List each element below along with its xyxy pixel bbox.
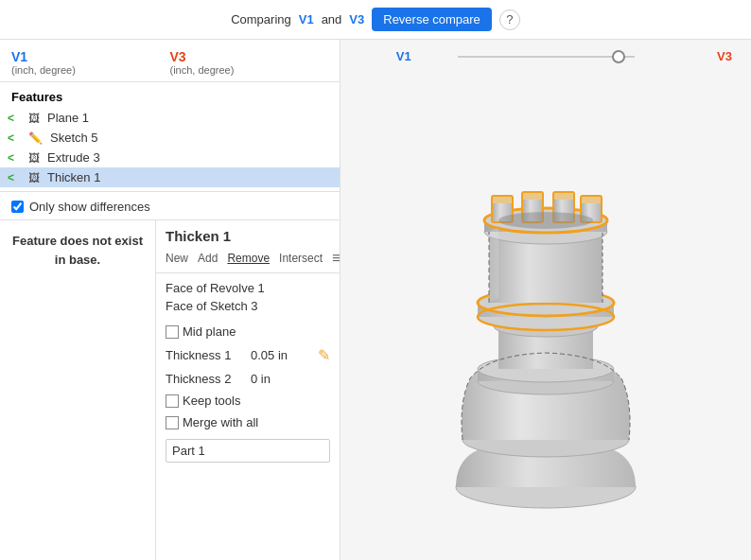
tab-add[interactable]: Add (198, 252, 218, 265)
v1-title: V1 (11, 49, 170, 64)
merge-all-checkbox[interactable] (166, 416, 179, 429)
thickness1-value: 0.05 in (251, 348, 318, 362)
thicken1-icon: 🖼 (28, 171, 40, 184)
left-panel: V1 (inch, degree) V3 (inch, degree) Feat… (0, 40, 341, 560)
model-container (341, 73, 751, 560)
slider-thumb[interactable] (612, 50, 625, 63)
help-button[interactable]: ? (499, 9, 520, 30)
svg-rect-13 (492, 196, 513, 203)
chevron-icon-thicken1: < (8, 171, 23, 184)
svg-rect-17 (553, 192, 574, 200)
keep-tools-label: Keep tools (183, 394, 240, 408)
face-list: Face of Revolve 1 Face of Sketch 3 (156, 273, 340, 321)
v3-link[interactable]: V3 (349, 12, 364, 26)
feature-row-sketch5[interactable]: < ✏️ Sketch 5 (0, 128, 340, 148)
part-label: Part 1 (172, 444, 205, 458)
features-label: Features (0, 86, 340, 108)
bottom-split: Feature does not exist in base. Thicken … (0, 219, 340, 560)
thickness2-label: Thickness 2 (166, 372, 251, 386)
merge-all-row: Merge with all (156, 411, 340, 433)
edit-icon-thickness1[interactable]: ✎ (318, 346, 330, 364)
chevron-icon-plane1: < (8, 112, 23, 125)
feature-detail: Thicken 1 New Add Remove Intersect ≡ Fac… (156, 220, 340, 560)
keep-tools-row: Keep tools (156, 390, 340, 411)
v3-header: V3 (inch, degree) (170, 49, 329, 76)
thickness2-row: Thickness 2 0 in (156, 368, 340, 390)
thickness2-value: 0 in (251, 372, 330, 386)
plane1-icon: 🖼 (28, 112, 40, 125)
main-layout: V1 (inch, degree) V3 (inch, degree) Feat… (0, 40, 751, 560)
part-box: Part 1 (166, 439, 330, 463)
tabs-row: New Add Remove Intersect ≡ (156, 248, 340, 273)
tab-new[interactable]: New (166, 252, 188, 265)
v1-unit: (inch, degree) (11, 64, 170, 76)
version-slider-bar: V1 V3 (341, 40, 751, 73)
v1-header: V1 (inch, degree) (11, 49, 170, 76)
thickness1-label: Thickness 1 (166, 348, 251, 362)
slider-v1-label: V1 (359, 49, 448, 63)
chevron-icon-sketch5: < (8, 131, 23, 145)
face-item-sketch3: Face of Sketch 3 (166, 297, 330, 315)
only-show-differences-checkbox[interactable] (11, 201, 24, 213)
extrude3-name: Extrude 3 (47, 150, 100, 165)
keep-tools-checkbox[interactable] (166, 394, 179, 408)
right-panel: V1 V3 (341, 40, 751, 560)
features-section: Features < 🖼 Plane 1 < ✏️ Sketch 5 < 🖼 E… (0, 82, 340, 191)
not-exist-text: Feature does not exist in base. (9, 232, 146, 269)
feature-detail-title: Thicken 1 (156, 220, 340, 248)
slider-v3-label: V3 (644, 49, 733, 63)
face-item-revolve1: Face of Revolve 1 (166, 279, 330, 297)
feature-row-plane1[interactable]: < 🖼 Plane 1 (0, 108, 340, 128)
sketch5-icon: ✏️ (28, 131, 43, 145)
feature-row-thicken1[interactable]: < 🖼 Thicken 1 (0, 167, 340, 187)
svg-rect-19 (581, 196, 602, 203)
only-show-differences-label: Only show differences (29, 200, 150, 214)
tab-intersect[interactable]: Intersect (279, 252, 323, 265)
chess-rook-model (404, 118, 688, 516)
top-bar: Comparing V1 and V3 Reverse compare ? (0, 0, 751, 40)
svg-rect-15 (522, 192, 543, 200)
svg-point-24 (498, 212, 593, 229)
mid-plane-row: Mid plane (156, 321, 340, 342)
comparing-label: Comparing (231, 12, 291, 26)
sketch5-name: Sketch 5 (50, 131, 98, 145)
v3-unit: (inch, degree) (170, 64, 329, 76)
merge-all-label: Merge with all (183, 415, 258, 429)
v3-title: V3 (170, 49, 329, 64)
reverse-compare-button[interactable]: Reverse compare (372, 8, 492, 31)
v1-link[interactable]: V1 (299, 12, 314, 26)
mid-plane-checkbox[interactable] (166, 325, 179, 339)
version-headers: V1 (inch, degree) V3 (inch, degree) (0, 40, 340, 82)
not-exist-panel: Feature does not exist in base. (0, 220, 156, 560)
list-icon[interactable]: ≡ (332, 250, 340, 267)
extrude3-icon: 🖼 (28, 151, 40, 165)
chevron-icon-extrude3: < (8, 151, 23, 165)
plane1-name: Plane 1 (47, 111, 89, 125)
tab-remove[interactable]: Remove (227, 252, 270, 265)
feature-row-extrude3[interactable]: < 🖼 Extrude 3 (0, 148, 340, 167)
thicken1-name: Thicken 1 (47, 170, 100, 184)
mid-plane-label: Mid plane (183, 324, 236, 339)
and-label: and (322, 12, 342, 26)
thickness1-row: Thickness 1 0.05 in ✎ (156, 342, 340, 368)
tabs-left: New Add Remove Intersect (166, 252, 323, 265)
checkbox-row: Only show differences (0, 191, 340, 219)
slider-track[interactable] (458, 56, 635, 58)
